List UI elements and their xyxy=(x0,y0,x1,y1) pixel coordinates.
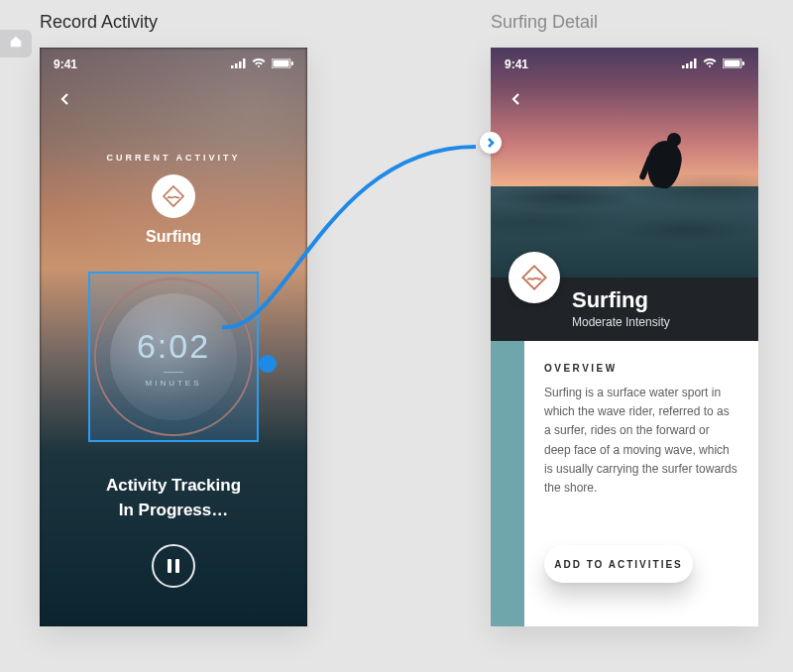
battery-icon xyxy=(723,57,744,71)
current-activity-label: CURRENT ACTIVITY xyxy=(40,153,307,163)
svg-rect-7 xyxy=(682,65,685,68)
pause-icon xyxy=(168,559,171,573)
svg-rect-1 xyxy=(235,63,238,68)
svg-rect-10 xyxy=(694,58,697,68)
home-icon xyxy=(9,35,23,53)
overview-label: OVERVIEW xyxy=(544,363,738,374)
svg-rect-12 xyxy=(725,60,740,67)
svg-rect-9 xyxy=(690,61,693,68)
status-bar: 9:41 xyxy=(40,48,307,81)
svg-rect-0 xyxy=(231,65,234,68)
back-button[interactable] xyxy=(505,87,528,111)
detail-subtitle: Moderate Intensity xyxy=(572,315,670,329)
timer-value: 6:02 xyxy=(137,327,210,366)
chevron-right-icon xyxy=(486,138,496,148)
timer-face: 6:02 MINUTES xyxy=(110,293,237,420)
wifi-icon xyxy=(252,57,266,71)
svg-rect-8 xyxy=(686,63,689,68)
tracking-status-text: Activity Tracking In Progress… xyxy=(40,474,307,522)
pause-icon xyxy=(175,559,179,573)
accent-stripe xyxy=(491,341,524,626)
design-selection-handle[interactable] xyxy=(259,355,277,373)
screen-surfing-detail: 9:41 Surfing Moderate Intensity OVERVIEW xyxy=(491,48,758,626)
status-bar: 9:41 xyxy=(491,48,758,81)
status-time: 9:41 xyxy=(54,57,77,71)
detail-title: Surfing xyxy=(572,289,670,311)
activity-icon-disc xyxy=(509,252,560,303)
pause-button[interactable] xyxy=(152,544,195,588)
svg-rect-2 xyxy=(239,61,242,68)
wave-diamond-icon xyxy=(520,264,548,291)
timer-dial[interactable]: 6:02 MINUTES xyxy=(84,268,263,446)
design-tool-home-button[interactable] xyxy=(0,30,32,57)
detail-title-bar: Surfing Moderate Intensity xyxy=(491,278,758,341)
activity-name: Surfing xyxy=(40,228,307,246)
signal-icon xyxy=(231,57,246,71)
status-time: 9:41 xyxy=(505,57,528,71)
wave-diamond-icon xyxy=(162,184,185,208)
svg-rect-5 xyxy=(274,60,289,67)
screen-record-activity: 9:41 CURRENT ACTIVITY Surfing 6:02 MINUT… xyxy=(40,48,307,626)
svg-rect-13 xyxy=(742,61,744,65)
detail-hero-image: 9:41 xyxy=(491,48,758,278)
svg-rect-6 xyxy=(291,61,293,65)
chevron-left-icon xyxy=(510,92,523,106)
add-to-activities-button[interactable]: ADD TO ACTIVITIES xyxy=(544,545,693,583)
artboard-label-detail: Surfing Detail xyxy=(491,12,598,33)
signal-icon xyxy=(682,57,697,71)
prototype-link-arrow[interactable] xyxy=(480,132,502,154)
timer-unit-label: MINUTES xyxy=(146,372,202,388)
battery-icon xyxy=(272,57,293,71)
svg-rect-3 xyxy=(243,58,246,68)
hero-surfer-silhouette xyxy=(643,135,697,198)
back-button[interactable] xyxy=(54,87,77,111)
wifi-icon xyxy=(703,57,717,71)
artboard-label-record: Record Activity xyxy=(40,12,158,33)
activity-icon-disc[interactable] xyxy=(152,174,195,218)
overview-text: Surfing is a surface water sport in whic… xyxy=(544,384,738,498)
chevron-left-icon xyxy=(58,92,72,106)
